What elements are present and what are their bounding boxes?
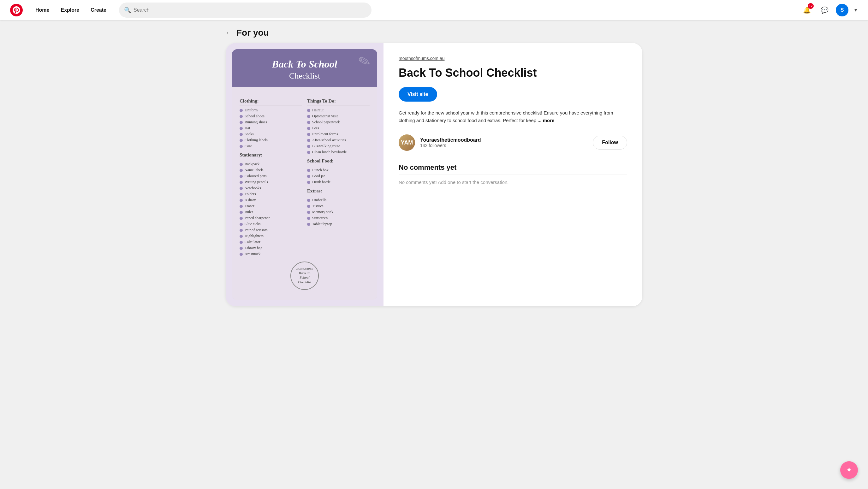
bullet-icon — [240, 169, 243, 172]
follow-button[interactable]: Follow — [593, 136, 627, 150]
bullet-icon — [240, 115, 243, 118]
bullet-icon — [307, 121, 310, 124]
back-button[interactable]: ← — [226, 29, 232, 37]
list-item: Backpack — [240, 162, 302, 167]
avatar: YAM — [399, 134, 415, 151]
list-item: Enrolment forms — [307, 132, 370, 137]
list-item: Umbrella — [307, 198, 370, 202]
list-item: Tablet/laptop — [307, 222, 370, 227]
nav-create[interactable]: Create — [86, 4, 112, 16]
bullet-icon — [307, 205, 310, 208]
bullet-icon — [240, 109, 243, 112]
bullet-icon — [307, 151, 310, 154]
notifications-button[interactable]: 🔔 12 — [801, 4, 813, 17]
bullet-icon — [240, 235, 243, 238]
bullet-icon — [240, 211, 243, 214]
pin-image-section: ✏ Back To School Checklist Clothing: — [226, 43, 383, 306]
clothing-header: Clothing: — [240, 98, 302, 105]
account-chevron-down-icon[interactable]: ▼ — [854, 7, 858, 12]
search-icon: 🔍 — [124, 7, 131, 13]
bullet-icon — [240, 187, 243, 190]
pin-image: ✏ Back To School Checklist Clothing: — [232, 49, 377, 300]
bullet-icon — [240, 205, 243, 208]
notifications-badge: 12 — [808, 3, 814, 9]
chat-icon: 💬 — [820, 6, 829, 14]
bullet-icon — [307, 217, 310, 220]
pin-source-link[interactable]: mouthsofmums.com.au — [399, 56, 445, 61]
watermark: MOM.GUIDES Back To SchoolChecklist — [240, 258, 370, 292]
list-item: Highlighters — [240, 234, 302, 238]
pin-details-section: mouthsofmums.com.au Back To School Check… — [383, 43, 642, 306]
list-item: Glue sicks — [240, 222, 302, 227]
nav-right: 🔔 12 💬 S ▼ — [801, 4, 858, 17]
messages-button[interactable]: 💬 — [818, 4, 831, 17]
nav-explore[interactable]: Explore — [56, 4, 84, 16]
search-input[interactable] — [133, 7, 367, 13]
checklist-title-main: Back To School — [240, 58, 370, 70]
bullet-icon — [240, 139, 243, 142]
bullet-icon — [240, 121, 243, 124]
pinterest-logo[interactable] — [10, 4, 23, 17]
checklist-body: Clothing: Uniform School shoes Running s… — [232, 92, 377, 300]
bullet-icon — [240, 241, 243, 244]
bullet-icon — [240, 193, 243, 196]
author-row: YAM Youraestheticmoodboard 142 followers… — [399, 134, 627, 151]
author-info: Youraestheticmoodboard 142 followers — [420, 137, 588, 148]
user-avatar-button[interactable]: S — [836, 4, 848, 17]
page-content: ← For you ✏ Back To School Checklist — [213, 20, 655, 314]
bullet-icon — [240, 181, 243, 184]
list-item: Calculator — [240, 240, 302, 244]
author-name: Youraestheticmoodboard — [420, 137, 588, 143]
bullet-icon — [240, 133, 243, 136]
search-bar: 🔍 — [119, 2, 372, 18]
bullet-icon — [307, 175, 310, 178]
bullet-icon — [307, 115, 310, 118]
more-link[interactable]: ... more — [537, 118, 554, 123]
list-item: A diary — [240, 198, 302, 202]
list-item: Pair of scissors — [240, 228, 302, 232]
list-item: Drink bottle — [307, 180, 370, 185]
bullet-icon — [240, 145, 243, 148]
list-item: Clean lunch box/bottle — [307, 150, 370, 155]
page-title: For you — [237, 28, 269, 38]
list-item: Socks — [240, 132, 302, 137]
nav-home[interactable]: Home — [30, 4, 54, 16]
list-item: Notebooks — [240, 186, 302, 191]
sparkle-icon: ✦ — [846, 466, 852, 475]
checklist-title-sub: Checklist — [240, 71, 370, 81]
list-item: School paperwork — [307, 120, 370, 125]
checklist-col-right: Things To Do: Haircut Optometrist visit … — [307, 98, 370, 258]
list-item: Eraser — [240, 204, 302, 208]
list-item: Pencil sharpener — [240, 216, 302, 221]
list-item: Library bag — [240, 246, 302, 251]
list-item: Art smock — [240, 252, 302, 257]
list-item: School shoes — [240, 114, 302, 119]
floating-action-button[interactable]: ✦ — [840, 461, 858, 479]
bullet-icon — [240, 253, 243, 256]
list-item: Uniform — [240, 108, 302, 112]
bullet-icon — [307, 169, 310, 172]
bullet-icon — [307, 223, 310, 226]
list-item: Writing pencils — [240, 180, 302, 185]
nav-links: Home Explore Create — [30, 4, 112, 16]
list-item: After-school activities — [307, 138, 370, 142]
main-card: ✏ Back To School Checklist Clothing: — [226, 43, 642, 306]
checklist-col-left: Clothing: Uniform School shoes Running s… — [240, 98, 302, 258]
bullet-icon — [240, 175, 243, 178]
comments-divider — [399, 174, 627, 174]
bullet-icon — [307, 133, 310, 136]
list-item: Sunscreen — [307, 216, 370, 221]
author-followers: 142 followers — [420, 143, 588, 148]
visit-site-button[interactable]: Visit site — [399, 87, 437, 102]
list-item: Memory stick — [307, 210, 370, 215]
bullet-icon — [240, 223, 243, 226]
school-food-header: School Food: — [307, 158, 370, 165]
comments-header: No comments yet — [399, 163, 627, 172]
pin-description: Get ready for the new school year with t… — [399, 109, 627, 124]
bullet-icon — [240, 217, 243, 220]
bullet-icon — [307, 139, 310, 142]
bullet-icon — [307, 199, 310, 202]
checklist-card: ✏ Back To School Checklist Clothing: — [232, 49, 377, 300]
bullet-icon — [240, 163, 243, 166]
list-item: Coat — [240, 144, 302, 149]
